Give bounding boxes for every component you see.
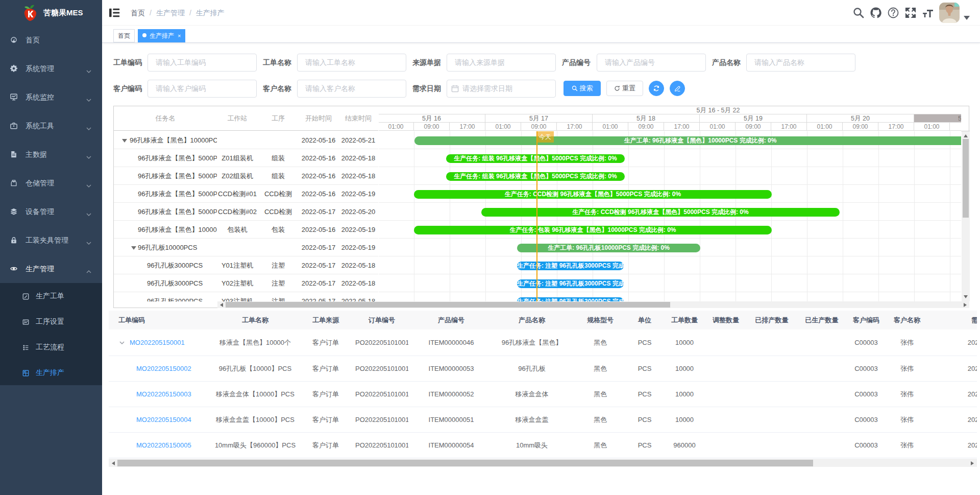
hamburger-icon[interactable]	[109, 8, 120, 18]
gantt-task-bar[interactable]: 生产任务: 包装 96孔移液盒【黑色】10000PCS 完成比例: 0%	[414, 226, 772, 234]
caret-down-icon[interactable]	[964, 16, 970, 20]
font-size-icon[interactable]	[922, 7, 934, 19]
tree-expand-icon[interactable]	[122, 139, 127, 143]
sidebar-item-系统监控[interactable]: 系统监控	[0, 83, 102, 111]
sidebar-item-系统工具[interactable]: 系统工具	[0, 111, 102, 140]
warehouse-icon	[10, 179, 17, 186]
scroll-right-icon[interactable]	[971, 461, 974, 465]
fullscreen-icon[interactable]	[904, 7, 917, 19]
chevron-down-icon	[86, 181, 91, 186]
gantt-task-bar[interactable]: 生产任务: 组装 96孔移液盒【黑色】5000PCS 完成比例: 0%	[446, 172, 625, 181]
table-cell-产品编号: ITEM00000051	[408, 407, 494, 432]
table-cell-产品名称: 96孔移液盒【黑色】	[494, 329, 570, 356]
table-cell-订单编号: PO202205101001	[355, 407, 408, 432]
gantt-task-bar[interactable]: 生产任务: 组装 96孔移液盒【黑色】5000PCS 完成比例: 0%	[446, 154, 625, 163]
sidebar-subitem-生产工单[interactable]: 生产工单	[0, 283, 102, 309]
sidebar-item-仓储管理[interactable]: 仓储管理	[0, 169, 102, 197]
scroll-up-icon[interactable]	[964, 134, 968, 137]
search-button[interactable]: 搜索	[564, 81, 601, 96]
sidebar-subitem-生产排产[interactable]: 生产排产	[0, 360, 102, 385]
question-icon[interactable]	[887, 7, 899, 19]
avatar[interactable]	[939, 3, 960, 23]
gantt-task-start: 2022-05-17	[299, 239, 338, 256]
scrollbar-thumb[interactable]	[963, 139, 969, 218]
document-icon	[10, 151, 17, 158]
sidebar-item-工装夹具管理[interactable]: 工装夹具管理	[0, 226, 102, 254]
scroll-down-icon[interactable]	[964, 295, 968, 298]
sidebar-subitem-工艺流程[interactable]: 工艺流程	[0, 334, 102, 360]
gantt-horizontal-scrollbar[interactable]	[217, 301, 969, 308]
gantt-task-bar[interactable]: 生产任务: 注塑 96孔孔板3000PCS 完成比例: 0%	[517, 297, 624, 301]
scroll-right-icon[interactable]	[964, 303, 967, 307]
gantt-order-bar[interactable]: 生产工单: 96孔孔板10000PCS 完成比例: 0%	[517, 244, 700, 252]
gantt-task-start: 2022-05-17	[299, 203, 338, 221]
scrollbar-thumb[interactable]	[117, 460, 813, 466]
sidebar-subitem-工序设置[interactable]: 工序设置	[0, 309, 102, 334]
tree-expand-icon[interactable]	[131, 246, 136, 250]
text-input-产品编号[interactable]: 请输入产品编号	[597, 54, 706, 72]
table-cell-已生产数量	[802, 433, 841, 458]
table-row[interactable]: MO202205150001移液盒【黑色】10000个客户订单PO2022051…	[109, 329, 977, 356]
filter-label-客户编码: 客户编码	[113, 80, 142, 98]
table-row[interactable]: MO202205150003移液盒盒体【10000】PCS客户订单PO20220…	[109, 382, 977, 407]
gantt-task-name: 96孔孔板3000PCS	[147, 292, 217, 301]
work-order-link[interactable]: MO202205150004	[136, 416, 191, 423]
sidebar-item-设备管理[interactable]: 设备管理	[0, 197, 102, 226]
gantt-timeline-body: 生产工单: 96孔移液盒【黑色】10000PCS 完成比例: 0%生产任务: 组…	[379, 131, 961, 301]
date-input-需求日期[interactable]: 请选择需求日期	[447, 80, 556, 98]
table-column-header-需求日期: 需求日期	[923, 311, 977, 329]
gantt-order-bar[interactable]: 生产工单: 96孔移液盒【黑色】10000PCS 完成比例: 0%	[414, 136, 961, 145]
table-row[interactable]: MO20220515000296孔孔板【10000】PCS客户订单PO20220…	[109, 356, 977, 382]
text-input-来源单据[interactable]: 请输入来源单据	[447, 54, 556, 72]
gantt-hour-cell	[950, 123, 961, 131]
table-cell-需求日期: 2022-05-22	[923, 356, 977, 381]
tag-首页[interactable]: 首页	[113, 29, 135, 42]
table-cell-工单来源: 客户订单	[296, 356, 355, 381]
scrollbar-thumb[interactable]	[226, 302, 670, 308]
chevron-down-icon	[86, 210, 91, 215]
reset-button[interactable]: 重置	[606, 81, 643, 96]
table-cell-客户名称: 张伟	[891, 356, 923, 381]
gantt-task-station: Z02组装机	[217, 167, 258, 185]
gantt-row-line	[379, 238, 961, 239]
today-marker-label: 今天	[536, 131, 554, 143]
scroll-left-icon[interactable]	[220, 303, 223, 307]
tag-生产排产[interactable]: 生产排产×	[138, 29, 185, 42]
text-input-客户名称[interactable]: 请输入客户名称	[297, 80, 406, 98]
sidebar-item-生产管理[interactable]: 生产管理	[0, 254, 102, 283]
work-order-link[interactable]: MO202205150001	[130, 339, 185, 346]
text-input-工单编码[interactable]: 请输入工单编码	[148, 54, 257, 72]
work-order-link[interactable]: MO202205150005	[136, 441, 191, 449]
table-horizontal-scrollbar[interactable]	[109, 459, 977, 467]
table-row[interactable]: MO20220515000510mm吸头【960000】PCS客户订单PO202…	[109, 433, 977, 458]
github-icon[interactable]	[870, 7, 882, 19]
gantt-task-station: 包装机	[217, 221, 258, 239]
tag-close-icon[interactable]: ×	[178, 33, 181, 39]
app-logo[interactable]: 苦糖果MES	[0, 0, 102, 26]
app-title: 苦糖果MES	[43, 0, 83, 26]
row-expand-icon[interactable]	[119, 340, 125, 345]
text-input-客户编码[interactable]: 请输入客户编码	[148, 80, 257, 98]
scroll-left-icon[interactable]	[112, 461, 115, 465]
gantt-task-bar[interactable]: 生产任务: CCD检测 96孔移液盒【黑色】5000PCS 完成比例: 0%	[414, 190, 772, 199]
gantt-task-bar[interactable]: 生产任务: 注塑 96孔孔板3000PCS 完成比例: 0%	[517, 262, 624, 270]
sidebar-item-首页[interactable]: 首页	[0, 26, 102, 54]
table-row[interactable]: MO202205150004移液盒盒盖【10000】PCS客户订单PO20220…	[109, 407, 977, 433]
text-input-工单名称[interactable]: 请输入工单名称	[297, 54, 406, 72]
work-order-link[interactable]: MO202205150003	[136, 390, 191, 398]
table-cell-客户编码: C00003	[841, 329, 891, 356]
gantt-task-bar[interactable]: 生产任务: CCD检测 96孔移液盒【黑色】5000PCS 完成比例: 0%	[481, 208, 840, 217]
gantt-vertical-scrollbar[interactable]	[962, 131, 970, 301]
edit-button[interactable]	[670, 81, 685, 96]
text-input-产品名称[interactable]: 请输入产品名称	[746, 54, 855, 72]
table-cell-产品名称: 10mm吸头	[494, 433, 570, 458]
lock-icon	[10, 237, 17, 244]
gantt-task-bar[interactable]: 生产任务: 注塑 96孔孔板3000PCS 完成比例: 0%	[517, 279, 624, 288]
gantt-task-end: 2022-05-19	[338, 239, 378, 256]
sidebar-item-主数据[interactable]: 主数据	[0, 140, 102, 169]
breadcrumb-item[interactable]: 首页	[131, 9, 145, 17]
refresh-button[interactable]	[649, 81, 664, 96]
search-icon[interactable]	[852, 7, 865, 19]
work-order-link[interactable]: MO202205150002	[136, 365, 191, 372]
sidebar-item-系统管理[interactable]: 系统管理	[0, 54, 102, 83]
